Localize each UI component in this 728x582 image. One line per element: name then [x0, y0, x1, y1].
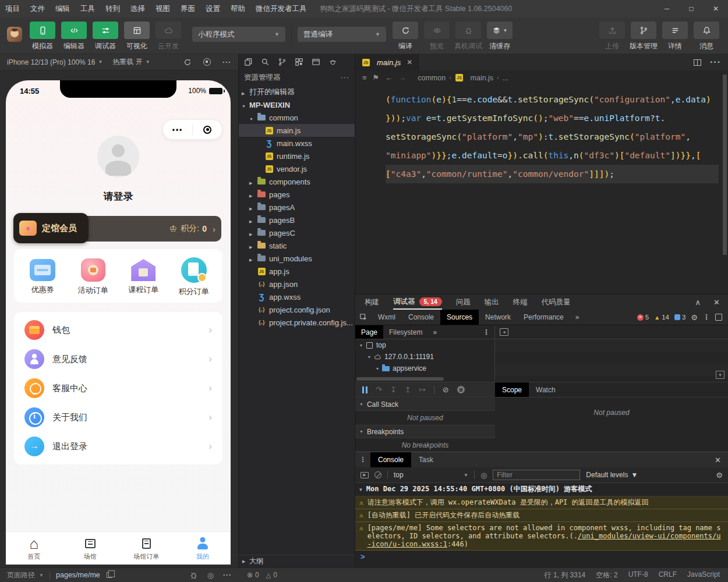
menu-item[interactable]: 视图 — [150, 0, 175, 17]
capsule-button[interactable]: ••• — [162, 119, 222, 140]
refresh-icon[interactable] — [183, 58, 192, 66]
tree-item[interactable]: 打开的编辑器 — [239, 86, 355, 98]
window-icon[interactable] — [312, 58, 320, 66]
outline-icon[interactable]: ≡ — [362, 73, 367, 82]
more-icon[interactable]: ··· — [222, 58, 231, 66]
toolbar-button-layers[interactable]: ▼清缓存 — [486, 22, 514, 51]
breakpoints-header[interactable]: Breakpoints — [355, 425, 495, 438]
collapse-icon[interactable]: ∧ — [695, 298, 701, 307]
compile-mode-dropdown[interactable]: 普通编译▼ — [298, 27, 386, 42]
devtools-tab-console[interactable]: Console — [402, 310, 440, 325]
step-over-icon[interactable]: ↷ — [376, 386, 382, 393]
close-icon[interactable]: ✕ — [713, 298, 720, 307]
devtools-tab-sources[interactable]: Sources — [440, 310, 479, 325]
toolbar-button-code[interactable]: 编辑器 — [60, 22, 88, 51]
toolbar-button-upload[interactable]: 上传 — [598, 22, 626, 51]
more-icon[interactable]: ··· — [710, 57, 721, 68]
more-vertical-icon[interactable]: ⋮ — [703, 313, 710, 321]
search-icon[interactable] — [261, 58, 270, 66]
login-text[interactable]: 请登录 — [6, 190, 231, 203]
toolbar-button-cloud[interactable]: 云开发 — [154, 22, 182, 51]
language-mode[interactable]: JavaScript — [687, 570, 720, 580]
pause-icon[interactable] — [362, 386, 367, 393]
sources-tree-item[interactable]: ▼127.0.0.1:11191 — [355, 351, 494, 363]
error-count[interactable]: 5 — [637, 314, 649, 321]
panel-tab-构建[interactable]: 构建 — [365, 294, 379, 310]
toolbar-button-bug[interactable]: 真机调试 — [454, 22, 482, 51]
menu-item[interactable]: 文件 — [25, 0, 50, 17]
source-control-icon[interactable] — [278, 58, 287, 66]
collapse-sidebar-icon[interactable] — [500, 328, 508, 336]
tab-watch[interactable]: Watch — [529, 382, 563, 397]
phone-tab-me[interactable]: 我的 — [175, 532, 231, 565]
drawer-toggle-icon[interactable] — [716, 371, 725, 379]
grid-item-activity[interactable]: 活动订单 — [68, 258, 119, 296]
menu-item[interactable]: 工具 — [75, 0, 100, 17]
context-dropdown[interactable]: top▼ — [394, 471, 468, 479]
panel-tab-问题[interactable]: 问题 — [456, 294, 471, 310]
encoding[interactable]: UTF-8 — [628, 570, 648, 580]
tree-item[interactable]: app.js — [239, 265, 355, 278]
breadcrumb-folder[interactable]: common — [418, 74, 446, 82]
list-item-wallet[interactable]: 钱包› — [14, 315, 222, 345]
close-icon[interactable]: ✕ — [715, 456, 721, 464]
overflow-icon[interactable]: » — [428, 328, 441, 336]
toolbar-button-eye[interactable]: 预览 — [423, 22, 451, 51]
tree-item[interactable]: runtime.js — [239, 150, 355, 162]
tree-item[interactable]: project.private.config.js... — [239, 316, 355, 329]
tree-item[interactable]: pagesA — [239, 201, 355, 214]
tree-item[interactable]: vendor.js — [239, 162, 355, 175]
call-stack-header[interactable]: Call Stack — [355, 398, 495, 411]
console-tab-task[interactable]: Task — [411, 452, 441, 467]
panel-tab-代码质量[interactable]: 代码质量 — [542, 294, 571, 310]
tree-item[interactable]: main.wxss — [239, 137, 355, 150]
deactivate-breakpoints-icon[interactable]: ⊘ — [443, 385, 449, 394]
breadcrumb-file[interactable]: main.js — [471, 74, 494, 82]
page-path-label[interactable]: 页面路径 — [7, 570, 35, 580]
tree-item[interactable]: app.json — [239, 278, 355, 290]
close-icon[interactable]: ✕ — [407, 58, 412, 66]
console-prompt[interactable] — [355, 551, 728, 562]
outline-section[interactable]: 大纲 — [239, 555, 355, 567]
phone-tab-order[interactable]: 场馆订单 — [118, 532, 175, 565]
tree-item[interactable]: pagesC — [239, 226, 355, 239]
show-sidebar-icon[interactable] — [361, 472, 369, 478]
close-button[interactable]: ✕ — [704, 0, 728, 17]
page-path-value[interactable]: pages/me/me — [56, 571, 100, 579]
devtools-tab-performance[interactable]: Performance — [517, 310, 570, 325]
phone-tab-home[interactable]: 首页 — [6, 532, 62, 565]
tree-item[interactable]: MP-WEIXIN — [239, 98, 355, 111]
back-icon[interactable]: ← — [385, 73, 393, 82]
menu-item[interactable]: 设置 — [200, 0, 225, 17]
levels-dropdown[interactable]: Default levels▼ — [586, 471, 638, 479]
more-icon[interactable]: ••• — [163, 126, 192, 134]
step-out-icon[interactable]: ↥ — [405, 386, 411, 393]
toolbar-button-layout[interactable]: 可视化 — [123, 22, 151, 51]
breadcrumb-more[interactable]: ... — [502, 74, 508, 82]
menu-item[interactable]: 项目 — [0, 0, 25, 17]
cursor-position[interactable]: 行 1, 列 3314 — [545, 570, 586, 580]
devtools-tab-network[interactable]: Network — [479, 310, 517, 325]
toolbar-button-details[interactable]: 详情 — [661, 22, 689, 51]
eol[interactable]: CRLF — [659, 570, 677, 580]
pause-on-exceptions-icon[interactable] — [457, 386, 465, 393]
maximize-button[interactable]: □ — [679, 0, 704, 17]
panel-tab-终端[interactable]: 终端 — [513, 294, 528, 310]
eye-icon[interactable]: ◎ — [480, 471, 487, 480]
menu-item[interactable]: 选择 — [125, 0, 150, 17]
warning-count[interactable]: 14 — [654, 314, 669, 321]
more-icon[interactable]: ··· — [223, 571, 232, 579]
filter-input[interactable] — [493, 470, 580, 480]
menu-item[interactable]: 编辑 — [50, 0, 75, 17]
grid-item-course[interactable]: 课程订单 — [118, 259, 169, 295]
panel-tab-输出[interactable]: 输出 — [485, 294, 499, 310]
files-icon[interactable] — [244, 58, 253, 66]
step-into-icon[interactable]: ↧ — [390, 386, 397, 393]
tree-item[interactable]: pagesB — [239, 214, 355, 226]
more-vertical-icon[interactable]: ⋮ — [483, 328, 490, 336]
tree-item[interactable]: project.config.json — [239, 303, 355, 316]
menu-item[interactable]: 转到 — [100, 0, 125, 17]
eye-icon[interactable]: ◎ — [207, 571, 214, 580]
split-editor-icon[interactable] — [694, 59, 701, 66]
more-vertical-icon[interactable]: ⋮ — [355, 456, 370, 464]
